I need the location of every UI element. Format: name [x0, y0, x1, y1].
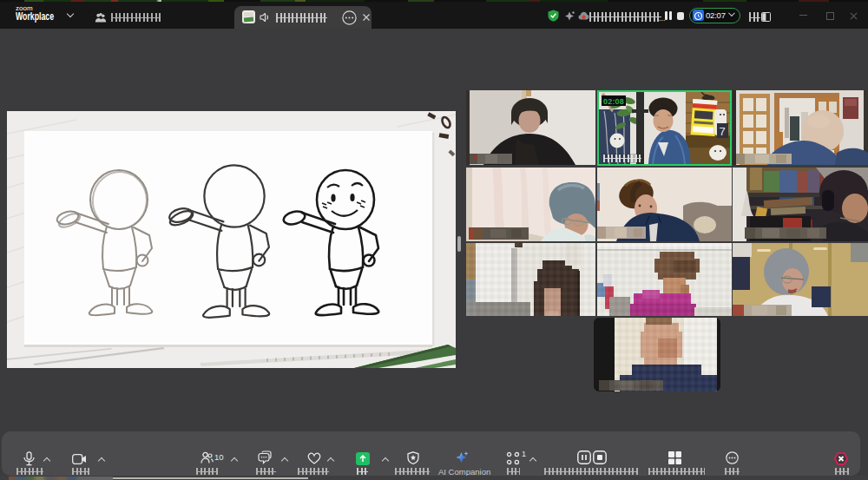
svg-text:7: 7: [719, 125, 725, 138]
